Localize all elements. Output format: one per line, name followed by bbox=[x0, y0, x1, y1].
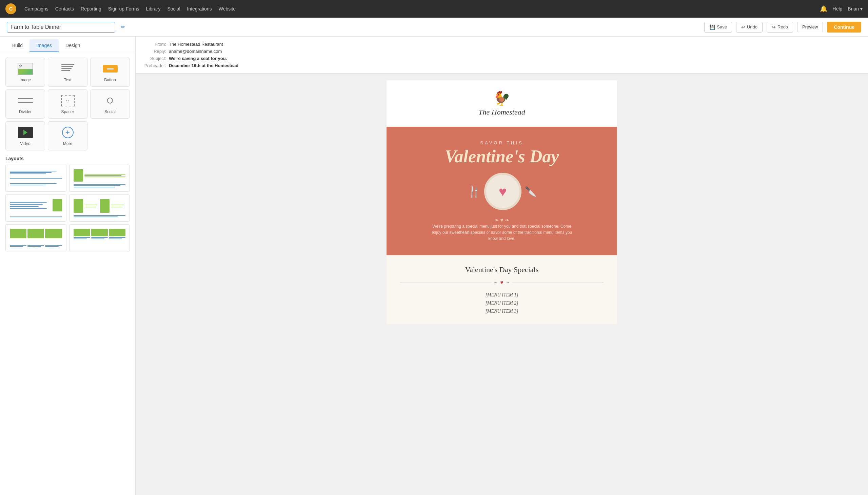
more-block-icon: + bbox=[59, 126, 77, 139]
block-spacer[interactable]: ↔ Spacer bbox=[48, 89, 87, 119]
nav-campaigns[interactable]: Campaigns bbox=[24, 5, 49, 13]
divider-ornament: ❧ ♥ ❧ bbox=[400, 279, 603, 286]
tab-design[interactable]: Design bbox=[59, 39, 87, 52]
layouts-section: Layouts bbox=[0, 156, 135, 257]
nav-user-name: Brian bbox=[848, 6, 859, 12]
lt-bl2 bbox=[73, 185, 120, 186]
spacer-icon-visual: ↔ bbox=[61, 95, 74, 106]
divider-line-left bbox=[400, 283, 491, 283]
nav-right: 🔔 Help Brian ▾ bbox=[820, 5, 863, 13]
text-line-4 bbox=[61, 70, 70, 71]
logo-icon: C bbox=[9, 6, 13, 12]
nav-integrations[interactable]: Integrations bbox=[187, 5, 212, 13]
lt-tl2 bbox=[10, 204, 43, 205]
sidebar: Build Images Design Image bbox=[0, 37, 136, 495]
lt-text-3 bbox=[84, 169, 126, 182]
social-block-label: Social bbox=[104, 109, 116, 114]
lt-lower-2 bbox=[73, 184, 126, 187]
email-from-row: From: The Homestead Restaurant bbox=[143, 41, 861, 48]
layout-5[interactable] bbox=[5, 224, 66, 251]
block-button[interactable]: Button bbox=[90, 57, 130, 87]
notification-icon[interactable]: 🔔 bbox=[820, 5, 827, 13]
email-from-value: The Homestead Restaurant bbox=[169, 42, 223, 47]
lt-l1 bbox=[10, 171, 56, 171]
undo-label: Undo bbox=[747, 24, 757, 30]
image-block-icon bbox=[17, 62, 34, 75]
plate-circle: ♥ bbox=[484, 173, 521, 210]
save-label: Save bbox=[717, 24, 727, 30]
email-subject-row: Subject: We're saving a seat for you. bbox=[143, 55, 861, 62]
block-video[interactable]: Video bbox=[5, 121, 45, 150]
layout-3[interactable] bbox=[5, 194, 66, 222]
chicken-logo-icon: 🐓 bbox=[493, 90, 510, 106]
layout-4[interactable] bbox=[69, 194, 130, 222]
nav-contacts[interactable]: Contacts bbox=[55, 5, 74, 13]
text-block-label: Text bbox=[64, 78, 71, 82]
app-logo[interactable]: C bbox=[5, 3, 16, 14]
email-specials: Valentine's Day Specials ❧ ♥ ❧ [MENU ITE… bbox=[386, 255, 617, 324]
redo-button[interactable]: ↪ Redo bbox=[767, 22, 793, 33]
email-meta: From: The Homestead Restaurant Reply: an… bbox=[136, 37, 868, 73]
lt-col-5a bbox=[10, 245, 27, 247]
lt-img-4a bbox=[73, 199, 83, 213]
lt-row-2 bbox=[10, 181, 62, 187]
preview-button[interactable]: Preview bbox=[797, 22, 823, 32]
blocks-grid: Image Text Button bbox=[0, 52, 135, 156]
email-reply-label: Reply: bbox=[143, 49, 166, 54]
nav-user[interactable]: Brian ▾ bbox=[848, 6, 863, 12]
divider-line-right bbox=[512, 283, 603, 283]
scroll-left: ❧ bbox=[494, 280, 497, 285]
email-preheader-row: Preheader: December 16th at the Homestea… bbox=[143, 62, 861, 69]
layout-6[interactable] bbox=[69, 224, 130, 251]
block-divider[interactable]: Divider bbox=[5, 89, 45, 119]
nav-website[interactable]: Website bbox=[219, 5, 236, 13]
undo-button[interactable]: ↩ Undo bbox=[736, 22, 763, 33]
layout-thumb-5 bbox=[9, 227, 63, 248]
nav-library[interactable]: Library bbox=[146, 5, 161, 13]
nav-social[interactable]: Social bbox=[167, 5, 180, 13]
scroll-right: ❧ bbox=[506, 280, 510, 285]
lt-img-5b bbox=[28, 229, 44, 238]
save-button[interactable]: 💾 Save bbox=[704, 22, 732, 33]
nav-help[interactable]: Help bbox=[833, 6, 842, 12]
lt-row-6 bbox=[10, 229, 62, 243]
block-image[interactable]: Image bbox=[5, 57, 45, 87]
lt-div bbox=[10, 178, 62, 178]
lt-66 bbox=[109, 239, 122, 239]
edit-title-icon[interactable]: ✏ bbox=[121, 24, 125, 30]
lt-row-7 bbox=[73, 229, 126, 239]
undo-icon: ↩ bbox=[741, 24, 745, 30]
email-reply-value: aname@domainname.com bbox=[169, 49, 222, 54]
divider-line-b bbox=[18, 102, 33, 103]
nav-signup-forms[interactable]: Sign-up Forms bbox=[108, 5, 139, 13]
divider-block-icon bbox=[17, 94, 34, 107]
lt-bl3 bbox=[73, 187, 115, 187]
save-icon: 💾 bbox=[709, 24, 715, 30]
lt-row-1 bbox=[10, 169, 62, 175]
block-more[interactable]: + More bbox=[48, 121, 87, 150]
more-icon-visual: + bbox=[62, 127, 73, 138]
video-block-icon bbox=[17, 126, 34, 139]
block-social[interactable]: ⬡ Social bbox=[90, 89, 130, 119]
continue-button[interactable]: Continue bbox=[827, 22, 861, 33]
campaign-title-input[interactable] bbox=[7, 22, 115, 33]
block-text[interactable]: Text bbox=[48, 57, 87, 87]
lt-64 bbox=[91, 239, 104, 239]
image-icon-visual bbox=[18, 63, 33, 75]
divider-line-t bbox=[18, 98, 33, 99]
heart-divider: ♥ bbox=[500, 279, 503, 286]
tab-build[interactable]: Build bbox=[5, 39, 30, 52]
tab-images[interactable]: Images bbox=[30, 39, 59, 52]
lt-text-1 bbox=[10, 169, 62, 175]
social-icon-visual: ⬡ bbox=[107, 96, 113, 105]
layout-1[interactable] bbox=[5, 165, 66, 192]
lt-6img-b bbox=[91, 229, 108, 236]
lt-53 bbox=[28, 245, 44, 246]
homestead-logo: 🐓 The Homestead bbox=[479, 90, 525, 117]
layout-thumb-6 bbox=[72, 227, 127, 248]
lt-img-3 bbox=[53, 199, 62, 211]
nav-reporting[interactable]: Reporting bbox=[81, 5, 101, 13]
lt-63 bbox=[91, 237, 108, 238]
lt-text-4 bbox=[10, 199, 51, 211]
layout-2[interactable] bbox=[69, 165, 130, 192]
